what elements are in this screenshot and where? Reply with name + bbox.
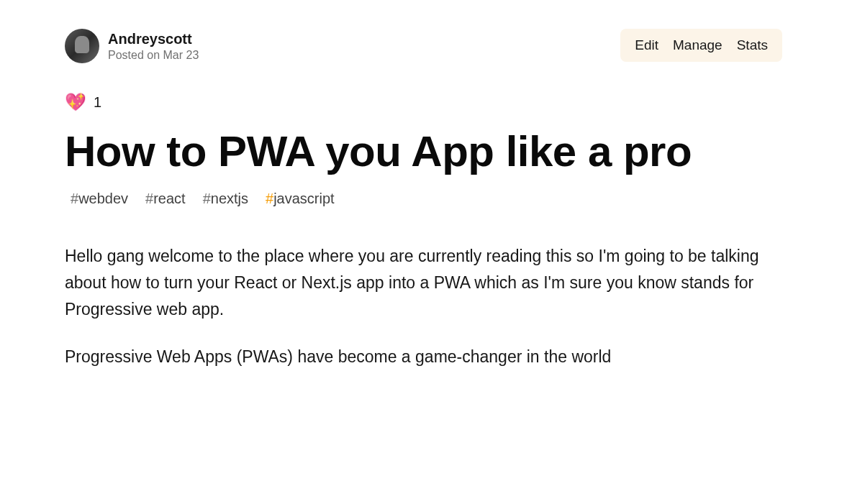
author-info: Andreyscott Posted on Mar 23 xyxy=(108,31,199,62)
tag-nextjs[interactable]: #nextjs xyxy=(203,191,248,207)
edit-button[interactable]: Edit xyxy=(635,37,658,53)
tag-webdev[interactable]: #webdev xyxy=(71,191,128,207)
author-section: Andreyscott Posted on Mar 23 xyxy=(65,29,199,63)
manage-button[interactable]: Manage xyxy=(673,37,723,53)
heart-sparkle-icon: 💖 xyxy=(65,92,86,112)
article-title: How to PWA you App like a pro xyxy=(65,127,782,176)
author-name[interactable]: Andreyscott xyxy=(108,31,199,47)
post-date: Posted on Mar 23 xyxy=(108,49,199,62)
tag-react[interactable]: #react xyxy=(145,191,186,207)
article-paragraph: Hello gang welcome to the place where yo… xyxy=(65,243,782,322)
article-actions: Edit Manage Stats xyxy=(620,29,782,62)
author-avatar[interactable] xyxy=(65,29,99,63)
article-header: Andreyscott Posted on Mar 23 Edit Manage… xyxy=(65,29,782,63)
tag-javascript[interactable]: #javascript xyxy=(266,191,335,207)
reactions-bar[interactable]: 💖 1 xyxy=(65,92,782,112)
stats-button[interactable]: Stats xyxy=(737,37,768,53)
article-paragraph: Progressive Web Apps (PWAs) have become … xyxy=(65,344,782,370)
tags-list: #webdev #react #nextjs #javascript xyxy=(65,191,782,207)
reaction-count: 1 xyxy=(94,94,101,111)
